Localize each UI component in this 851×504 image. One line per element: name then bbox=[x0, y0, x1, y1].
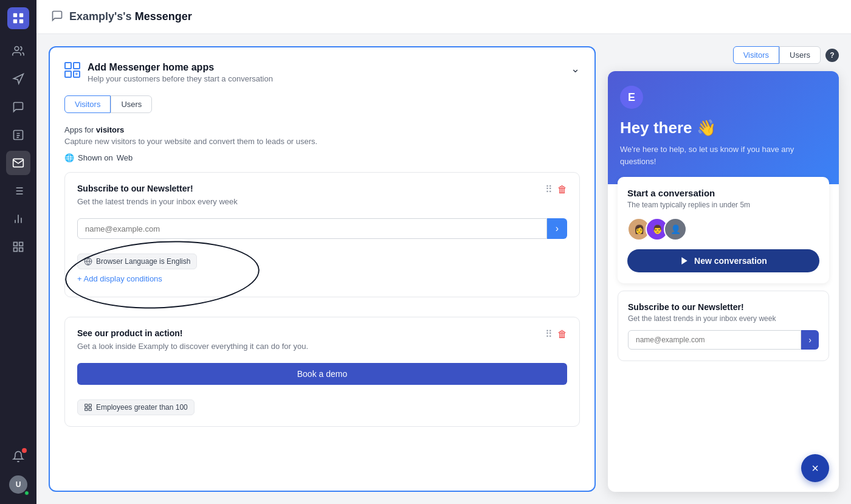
sidebar-item-chart[interactable] bbox=[6, 207, 30, 231]
panel-header-left: + Add Messenger home apps Help your cust… bbox=[64, 62, 273, 83]
user-avatar[interactable]: U bbox=[6, 472, 30, 497]
panel-icon: + bbox=[64, 62, 80, 78]
messenger-hero: E Hey there 👋 We're here to help, so let… bbox=[608, 71, 839, 184]
convo-subtitle: The team typically replies in under 5m bbox=[627, 201, 819, 209]
tab-group: Visitors Users bbox=[64, 95, 580, 113]
delete-card-2[interactable]: 🗑 bbox=[557, 329, 567, 340]
newsletter-preview-title: Subscribe to our Newsletter! bbox=[628, 302, 819, 312]
icon-box-plus: + bbox=[73, 71, 80, 78]
apps-list: Subscribe to our Newsletter! Get the lat… bbox=[64, 172, 580, 427]
drag-handle-1[interactable]: ⠿ bbox=[545, 184, 553, 195]
shown-on-label: Shown on bbox=[78, 153, 113, 162]
app-card-newsletter: Subscribe to our Newsletter! Get the lat… bbox=[64, 172, 580, 297]
sidebar: U bbox=[0, 0, 36, 504]
newsletter-preview-desc: Get the latest trends in your inbox ever… bbox=[628, 314, 819, 323]
newsletter-title: Subscribe to our Newsletter! bbox=[77, 184, 238, 193]
new-conversation-label: New conversation bbox=[694, 256, 767, 266]
svg-rect-0 bbox=[13, 13, 17, 17]
icon-box-1 bbox=[64, 62, 72, 69]
app-card-header-2: See our product in action! Get a look in… bbox=[77, 328, 567, 358]
page-title: Examply's's Messenger bbox=[69, 10, 192, 23]
apps-label-bold: visitors bbox=[96, 125, 124, 134]
avatars-row: 👩 👨 👤 bbox=[627, 218, 819, 241]
right-tab-users[interactable]: Users bbox=[779, 46, 821, 64]
apps-label: Apps for visitors bbox=[64, 125, 580, 134]
add-condition-link[interactable]: + Add display conditions bbox=[77, 274, 567, 283]
employees-badge: Employees greater than 100 bbox=[77, 399, 195, 415]
messenger-greeting: Hey there 👋 bbox=[620, 119, 827, 137]
svg-rect-17 bbox=[19, 243, 23, 246]
svg-rect-25 bbox=[89, 408, 91, 410]
newsletter-preview-card: Subscribe to our Newsletter! Get the lat… bbox=[618, 291, 829, 361]
convo-title: Start a conversation bbox=[627, 188, 819, 198]
svg-marker-5 bbox=[14, 74, 24, 84]
sidebar-item-grid[interactable] bbox=[6, 235, 30, 259]
book-demo-button[interactable]: Book a demo bbox=[77, 363, 567, 385]
right-header: Visitors Users ? bbox=[608, 46, 839, 64]
online-status bbox=[24, 491, 29, 495]
drag-handle-2[interactable]: ⠿ bbox=[545, 328, 553, 340]
close-messenger-button[interactable]: × bbox=[801, 454, 829, 482]
condition-area: Browser Language is English + Add displa… bbox=[77, 246, 567, 286]
svg-rect-24 bbox=[85, 408, 88, 410]
email-submit-btn[interactable]: › bbox=[547, 218, 567, 239]
svg-rect-3 bbox=[19, 19, 23, 23]
tab-users[interactable]: Users bbox=[111, 95, 152, 113]
sidebar-item-contacts[interactable] bbox=[6, 39, 30, 63]
right-panel: Visitors Users ? E Hey there 👋 We're her… bbox=[608, 46, 839, 492]
title-regular: Examply's bbox=[69, 10, 123, 22]
right-tab-visitors[interactable]: Visitors bbox=[733, 46, 779, 64]
demo-desc: Get a look inside Examply to discover ev… bbox=[77, 342, 308, 351]
email-row: › bbox=[77, 218, 567, 239]
svg-rect-1 bbox=[19, 13, 23, 17]
sidebar-item-conversations[interactable] bbox=[6, 95, 30, 119]
messenger-preview: E Hey there 👋 We're here to help, so let… bbox=[608, 71, 839, 492]
help-icon[interactable]: ? bbox=[825, 49, 839, 62]
svg-rect-19 bbox=[14, 248, 18, 252]
condition-badge[interactable]: Browser Language is English bbox=[77, 254, 197, 269]
condition-text: Browser Language is English bbox=[96, 257, 190, 266]
left-panel: + Add Messenger home apps Help your cust… bbox=[49, 46, 596, 492]
right-tab-group: Visitors Users bbox=[733, 46, 821, 64]
email-input[interactable] bbox=[77, 218, 547, 239]
messenger-brand: E bbox=[620, 86, 643, 109]
app-logo[interactable] bbox=[7, 7, 29, 29]
newsletter-input-row: › bbox=[628, 330, 819, 350]
icon-box-2 bbox=[73, 62, 80, 69]
svg-rect-16 bbox=[14, 243, 18, 246]
demo-title: See our product in action! bbox=[77, 328, 308, 338]
delete-card-1[interactable]: 🗑 bbox=[557, 184, 567, 195]
avatar-3: 👤 bbox=[664, 218, 687, 241]
sidebar-item-inbox[interactable] bbox=[6, 151, 30, 175]
collapse-button[interactable]: ⌄ bbox=[571, 62, 580, 75]
shown-on: 🌐 Shown on Web bbox=[64, 153, 580, 162]
messenger-icon bbox=[51, 10, 63, 24]
sidebar-item-notifications[interactable] bbox=[6, 444, 30, 469]
apps-desc: Capture new visitors to your website and… bbox=[64, 137, 580, 146]
notification-dot bbox=[22, 448, 27, 453]
panel-title: Add Messenger home apps bbox=[88, 62, 273, 73]
newsletter-submit-btn[interactable]: › bbox=[801, 330, 819, 350]
app-card-demo: See our product in action! Get a look in… bbox=[64, 317, 580, 427]
sidebar-item-campaigns[interactable] bbox=[6, 67, 30, 91]
messenger-subtitle: We're here to help, so let us know if yo… bbox=[620, 143, 827, 167]
new-conversation-button[interactable]: New conversation bbox=[627, 249, 819, 272]
convo-card: Start a conversation The team typically … bbox=[618, 177, 829, 283]
newsletter-desc: Get the latest trends in your inbox ever… bbox=[77, 197, 238, 206]
tab-visitors[interactable]: Visitors bbox=[64, 95, 111, 113]
svg-rect-2 bbox=[13, 19, 17, 23]
sidebar-item-reports[interactable] bbox=[6, 123, 30, 147]
globe-icon: 🌐 bbox=[64, 153, 74, 162]
svg-rect-23 bbox=[89, 404, 91, 407]
sidebar-item-list[interactable] bbox=[6, 179, 30, 203]
panel-header: + Add Messenger home apps Help your cust… bbox=[64, 62, 580, 83]
main-content: Examply's's Messenger + bbox=[36, 0, 851, 504]
svg-point-4 bbox=[15, 47, 19, 51]
app-card-wrapper-1: Subscribe to our Newsletter! Get the lat… bbox=[64, 172, 580, 297]
svg-marker-26 bbox=[681, 257, 687, 264]
newsletter-preview-input[interactable] bbox=[628, 330, 801, 350]
app-card-header-1: Subscribe to our Newsletter! Get the lat… bbox=[77, 184, 567, 213]
employees-text: Employees greater than 100 bbox=[96, 403, 188, 412]
title-bold: Messenger bbox=[135, 10, 192, 22]
panel-subtitle: Help your customers before they start a … bbox=[88, 74, 273, 83]
